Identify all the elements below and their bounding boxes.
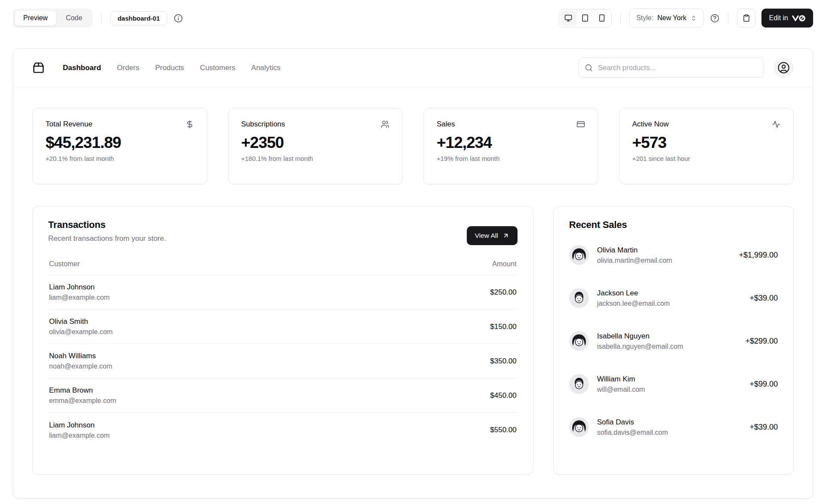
stat-value: +573 [632, 134, 781, 152]
customer-email: olivia@example.com [49, 328, 113, 336]
customer-name: Liam Johnson [49, 283, 110, 292]
avatar [569, 245, 589, 265]
stat-change: +19% from last month [437, 155, 585, 162]
stat-card: Subscriptions +2350 +180.1% from last mo… [228, 108, 403, 184]
device-toggle[interactable] [594, 11, 610, 26]
customer-name: Emma Brown [49, 386, 116, 395]
stat-value: +12,234 [437, 134, 585, 152]
stat-change: +20.1% from last month [46, 155, 194, 162]
transaction-amount: $550.00 [490, 426, 516, 434]
table-header: Customer Amount [48, 260, 518, 275]
column-customer: Customer [49, 260, 80, 268]
transaction-row: Olivia Smith olivia@example.com $150.00 [48, 310, 518, 344]
stat-change: +180.1% from last month [241, 155, 390, 162]
sale-item: Jackson Lee jackson.lee@email.com +$39.0… [569, 288, 778, 308]
stat-title: Subscriptions [241, 120, 285, 129]
view-mode-tab[interactable]: Preview [15, 10, 56, 26]
divider [101, 12, 102, 24]
users-icon [381, 120, 389, 129]
sale-item: Sofia Davis sofia.davis@email.com +$39.0… [569, 417, 778, 437]
nav-link[interactable]: Customers [200, 64, 235, 72]
device-toggle-group [559, 9, 612, 28]
transaction-amount: $450.00 [490, 391, 516, 400]
sale-item: Olivia Martin olivia.martin@email.com +$… [569, 245, 778, 265]
toolbar-right: Style: New York Edit in [559, 9, 813, 28]
activity-icon [772, 120, 780, 129]
device-toggle[interactable] [577, 11, 593, 26]
style-select-value: New York [657, 14, 687, 22]
edit-in-v0-label: Edit in [769, 14, 788, 22]
customer-email: noah@example.com [49, 363, 112, 370]
panels-row: Transactions Recent transactions from yo… [32, 206, 794, 475]
transaction-amount: $150.00 [490, 323, 516, 331]
style-select[interactable]: Style: New York [629, 9, 704, 28]
block-name-badge[interactable]: dashboard-01 [110, 11, 167, 25]
monitor-icon [564, 14, 572, 22]
edit-in-v0-button[interactable]: Edit in [761, 9, 813, 28]
stat-card: Sales +12,234 +19% from last month [423, 108, 598, 184]
sale-amount: +$1,999.00 [739, 251, 778, 260]
help-icon[interactable] [710, 14, 719, 23]
sale-email: olivia.martin@email.com [597, 257, 672, 264]
sale-email: jackson.lee@email.com [597, 300, 670, 307]
nav-link[interactable]: Orders [117, 64, 139, 72]
credit-card-icon [576, 120, 585, 129]
stat-change: +201 since last hour [632, 155, 781, 162]
customer-name: Noah Williams [49, 352, 112, 360]
dollar-sign-icon [185, 120, 194, 129]
nav-link[interactable]: Products [155, 64, 184, 72]
sale-name: Sofia Davis [597, 418, 668, 427]
sale-name: Jackson Lee [597, 289, 670, 298]
user-menu-button[interactable] [774, 58, 794, 78]
nav-link[interactable]: Analytics [251, 64, 280, 72]
package-logo-icon[interactable] [32, 61, 45, 74]
search-input[interactable] [578, 58, 764, 78]
search-wrap [578, 58, 764, 78]
transactions-subtitle: Recent transactions from your store. [48, 234, 166, 243]
customer-email: liam@example.com [49, 294, 110, 301]
stat-card: Active Now +573 +201 since last hour [619, 108, 794, 184]
customer-name: Liam Johnson [49, 421, 110, 430]
sale-amount: +$99.00 [749, 380, 778, 389]
customer-email: liam@example.com [49, 432, 110, 439]
info-icon[interactable] [174, 14, 183, 23]
transaction-amount: $350.00 [490, 357, 516, 366]
dashboard-content: Total Revenue $45,231.89 +20.1% from las… [13, 87, 813, 475]
transaction-row: Liam Johnson liam@example.com $550.00 [48, 413, 518, 447]
sale-item: Isabella Nguyen isabella.nguyen@email.co… [569, 331, 778, 351]
clipboard-icon [743, 14, 750, 22]
avatar [569, 331, 589, 351]
nav-link[interactable]: Dashboard [63, 64, 101, 72]
view-all-label: View All [475, 232, 498, 240]
device-toggle[interactable] [561, 11, 576, 26]
recent-sales-title: Recent Sales [569, 219, 778, 230]
copy-code-button[interactable] [737, 9, 756, 28]
chevrons-up-down-icon [690, 15, 697, 22]
v0-logo-icon [792, 15, 805, 22]
sale-item: William Kim will@email.com +$99.00 [569, 374, 778, 394]
divider [620, 12, 621, 24]
transactions-card: Transactions Recent transactions from yo… [32, 206, 533, 475]
transactions-table: Customer Amount Liam Johnson liam@exampl… [48, 260, 518, 447]
style-select-label: Style: [636, 14, 653, 22]
transaction-row: Noah Williams noah@example.com $350.00 [48, 344, 518, 378]
sale-amount: +$299.00 [745, 337, 778, 346]
sale-amount: +$39.00 [749, 294, 778, 303]
stat-title: Active Now [632, 120, 669, 129]
sale-email: sofia.davis@email.com [597, 429, 668, 436]
view-all-button[interactable]: View All [467, 226, 518, 245]
transaction-amount: $250.00 [490, 288, 516, 297]
view-mode-tab[interactable]: Code [57, 10, 91, 26]
circle-user-icon [777, 61, 790, 74]
transaction-row: Emma Brown emma@example.com $450.00 [48, 378, 518, 413]
stat-value: +2350 [241, 134, 390, 152]
main-nav: Dashboard Orders Products Customers Anal… [63, 64, 280, 72]
divider [728, 12, 728, 24]
sale-email: isabella.nguyen@email.com [597, 343, 683, 350]
sale-name: Olivia Martin [597, 246, 672, 255]
column-amount: Amount [492, 260, 517, 268]
sale-amount: +$39.00 [749, 423, 778, 432]
stat-title: Sales [437, 120, 455, 129]
avatar [569, 288, 589, 308]
transaction-row: Liam Johnson liam@example.com $250.00 [48, 275, 518, 310]
